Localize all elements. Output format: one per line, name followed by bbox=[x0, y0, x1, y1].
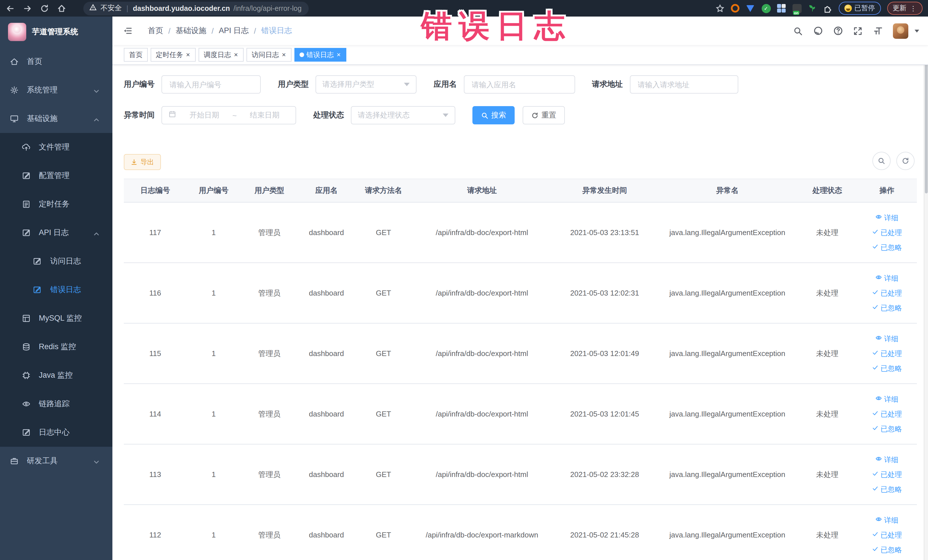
user-id-input[interactable] bbox=[162, 75, 261, 93]
app-name-input[interactable] bbox=[464, 75, 575, 93]
app-logo[interactable]: 芋道管理系统 bbox=[0, 17, 112, 47]
processed-link[interactable]: 已处理 bbox=[860, 406, 914, 421]
actions-cell: 详细已处理已忽略 bbox=[857, 505, 917, 560]
extension-orange-icon[interactable] bbox=[731, 4, 740, 13]
close-icon[interactable]: × bbox=[336, 51, 341, 59]
help-icon[interactable] bbox=[833, 26, 843, 36]
profile-paused-badge[interactable]: 已暂停 bbox=[838, 2, 881, 15]
sidebar-item-system-management[interactable]: 系统管理 bbox=[0, 76, 112, 104]
chevron-down-icon[interactable] bbox=[914, 29, 919, 32]
ignored-link[interactable]: 已忽略 bbox=[860, 542, 914, 557]
sidebar-item-dev-tools[interactable]: 研发工具 bbox=[0, 447, 112, 475]
processed-link[interactable]: 已处理 bbox=[860, 285, 914, 301]
detail-link[interactable]: 详细 bbox=[860, 392, 914, 406]
sidebar: 芋道管理系统 首页系统管理基础设施文件管理配置管理定时任务API 日志访问日志错… bbox=[0, 17, 112, 560]
sidebar-item-home[interactable]: 首页 bbox=[0, 47, 112, 76]
scrollbar-thumb[interactable] bbox=[925, 56, 927, 194]
processed-link[interactable]: 已处理 bbox=[860, 225, 914, 240]
ignored-link[interactable]: 已忽略 bbox=[860, 421, 914, 436]
sidebar-item-infrastructure[interactable]: 基础设施 bbox=[0, 104, 112, 133]
app-name-cell: dashboard bbox=[298, 384, 355, 444]
ignored-link[interactable]: 已忽略 bbox=[860, 301, 914, 315]
request-url-input[interactable] bbox=[630, 75, 738, 93]
sidebar-item-access-log[interactable]: 访问日志 bbox=[0, 247, 112, 276]
home-icon[interactable] bbox=[57, 4, 66, 13]
status-cell: 未处理 bbox=[797, 444, 857, 505]
extension-sprout-icon[interactable] bbox=[807, 4, 817, 13]
tab-schedule-log[interactable]: 调度日志× bbox=[198, 48, 244, 62]
sidebar-item-config-management[interactable]: 配置管理 bbox=[0, 162, 112, 190]
reload-icon[interactable] bbox=[40, 4, 49, 13]
toggle-search-button[interactable] bbox=[872, 152, 890, 170]
time-cell: 2021-05-03 12:01:45 bbox=[552, 384, 657, 444]
ignored-link[interactable]: 已忽略 bbox=[860, 240, 914, 255]
process-status-select[interactable]: 请选择处理状态 bbox=[351, 106, 455, 124]
sidebar-item-redis-monitor[interactable]: Redis 监控 bbox=[0, 333, 112, 361]
breadcrumb-infrastructure[interactable]: 基础设施 bbox=[176, 26, 206, 36]
status-cell: 未处理 bbox=[797, 505, 857, 560]
url-path: /infra/log/api-error-log bbox=[234, 4, 302, 12]
processed-link[interactable]: 已处理 bbox=[860, 528, 914, 542]
sidebar-toggle-icon[interactable] bbox=[123, 26, 133, 36]
sidebar-item-api-log[interactable]: API 日志 bbox=[0, 218, 112, 247]
ignored-link[interactable]: 已忽略 bbox=[860, 361, 914, 376]
tab-scheduled-task[interactable]: 定时任务× bbox=[151, 48, 196, 62]
ignored-link[interactable]: 已忽略 bbox=[860, 482, 914, 497]
sidebar-item-file-management[interactable]: 文件管理 bbox=[0, 133, 112, 162]
sidebar-item-scheduled-task[interactable]: 定时任务 bbox=[0, 190, 112, 218]
table-row: 1141管理员dashboardGET/api/infra/db-doc/exp… bbox=[124, 384, 917, 444]
scrollbar[interactable] bbox=[923, 17, 928, 560]
breadcrumb-home[interactable]: 首页 bbox=[148, 26, 163, 36]
detail-link[interactable]: 详细 bbox=[860, 513, 914, 528]
user-avatar[interactable] bbox=[893, 23, 908, 38]
reset-button[interactable]: 重置 bbox=[523, 106, 565, 124]
sidebar-item-trace[interactable]: 链路追踪 bbox=[0, 390, 112, 418]
breadcrumb-api-log[interactable]: API 日志 bbox=[219, 26, 249, 36]
url-cell: /api/infra/db-doc/export-html bbox=[412, 444, 552, 505]
github-icon[interactable] bbox=[813, 26, 823, 36]
sidebar-item-error-log[interactable]: 错误日志 bbox=[0, 276, 112, 304]
tab-home[interactable]: 首页 bbox=[124, 48, 148, 62]
detail-link[interactable]: 详细 bbox=[860, 210, 914, 225]
security-label: 不安全 bbox=[101, 3, 122, 13]
mysql-icon bbox=[22, 314, 31, 323]
extensions-puzzle-icon[interactable] bbox=[823, 4, 832, 13]
exception-cell: java.lang.IllegalArgumentException bbox=[658, 505, 797, 560]
close-icon[interactable]: × bbox=[234, 51, 238, 59]
check-icon bbox=[872, 528, 879, 542]
font-size-icon[interactable] bbox=[873, 26, 883, 36]
tab-error-log[interactable]: 错误日志× bbox=[295, 48, 346, 62]
extension-grid-icon[interactable] bbox=[777, 4, 786, 13]
extension-pin-icon[interactable] bbox=[746, 4, 755, 13]
extension-green-icon[interactable]: ✓ bbox=[762, 4, 771, 13]
detail-link[interactable]: 详细 bbox=[860, 271, 914, 285]
close-icon[interactable]: × bbox=[185, 51, 191, 59]
back-icon[interactable] bbox=[6, 4, 15, 13]
extension-on-icon[interactable]: on bbox=[792, 4, 801, 13]
exception-time-range-picker[interactable]: 开始日期 ~ 结束日期 bbox=[162, 106, 296, 124]
refresh-button[interactable] bbox=[896, 152, 914, 170]
detail-link[interactable]: 详细 bbox=[860, 452, 914, 467]
forward-icon[interactable] bbox=[23, 4, 32, 13]
detail-link[interactable]: 详细 bbox=[860, 331, 914, 346]
processed-link[interactable]: 已处理 bbox=[860, 467, 914, 482]
site-security-pill[interactable]: 不安全 | dashboard.yudao.iocoder.cn/infra/l… bbox=[83, 2, 308, 15]
browser-update-button[interactable]: 更新 ⋮ bbox=[887, 2, 922, 15]
search-button[interactable]: 搜索 bbox=[472, 106, 514, 124]
export-button[interactable]: 导出 bbox=[124, 154, 161, 170]
app-name-cell: dashboard bbox=[298, 444, 355, 505]
bookmark-star-icon[interactable] bbox=[715, 4, 724, 13]
processed-link[interactable]: 已处理 bbox=[860, 346, 914, 361]
url-cell: /api/infra/db-doc/export-html bbox=[412, 263, 552, 323]
user-type-select[interactable]: 请选择用户类型 bbox=[316, 75, 417, 93]
status-cell: 未处理 bbox=[797, 263, 857, 323]
fullscreen-icon[interactable] bbox=[853, 26, 863, 36]
tab-access-log[interactable]: 访问日志× bbox=[246, 48, 292, 62]
sidebar-item-log-center[interactable]: 日志中心 bbox=[0, 418, 112, 447]
sidebar-item-java-monitor[interactable]: Java 监控 bbox=[0, 361, 112, 390]
sidebar-item-mysql-monitor[interactable]: MySQL 监控 bbox=[0, 304, 112, 333]
search-icon[interactable] bbox=[793, 26, 803, 36]
check-icon bbox=[872, 361, 879, 376]
close-icon[interactable]: × bbox=[281, 51, 286, 59]
update-label: 更新 bbox=[893, 3, 906, 13]
